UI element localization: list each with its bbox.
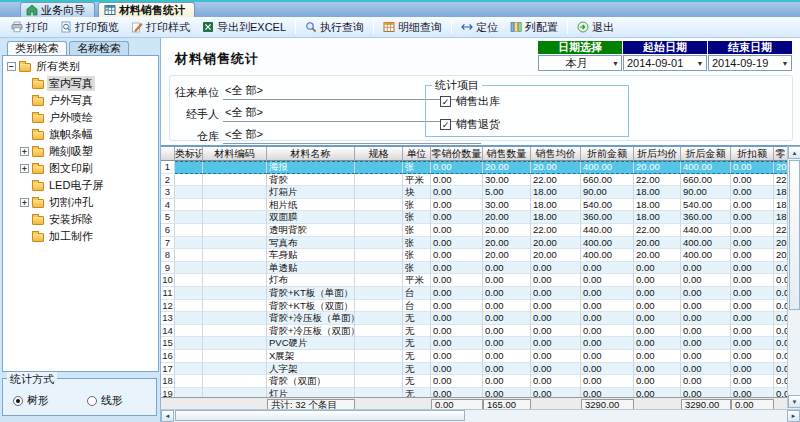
collapse-minus-icon[interactable]: − — [7, 62, 16, 71]
row-number-cell: 2 — [161, 174, 175, 187]
window-tab-1[interactable]: 业务向导 — [20, 2, 95, 17]
column-header-10[interactable]: 折后均价 — [634, 147, 681, 161]
toolbar-button-printer[interactable]: 打印 — [5, 18, 54, 37]
chevron-down-icon[interactable]: ▼ — [695, 60, 705, 67]
toolbar-button-excel-export[interactable]: 导出到EXCEL — [196, 18, 292, 37]
table-row[interactable]: 4相片纸张0.0030.0018.00540.0018.00540.000.00… — [161, 199, 800, 212]
column-header-4[interactable]: 规格 — [355, 147, 403, 161]
tree-item[interactable]: 户外写真 — [3, 92, 158, 109]
column-header-partial[interactable]: 零 — [774, 147, 788, 161]
toolbar-button-detail-query[interactable]: 明细查询 — [377, 18, 448, 37]
table-cell — [355, 199, 403, 212]
vertical-scrollbar[interactable]: ▲ ▼ — [787, 146, 800, 408]
table-cell — [203, 325, 267, 338]
table-row[interactable]: 13背胶+冷压板（单面）无0.000.000.000.000.000.000.0… — [161, 312, 800, 325]
tree-item[interactable]: +图文印刷 — [3, 160, 158, 177]
toolbar-button-print-style[interactable]: 打印样式 — [125, 18, 196, 37]
table-row[interactable]: 11背胶+KT板（单面）台0.000.000.000.000.000.000.0… — [161, 287, 800, 300]
table-row[interactable]: 8车身贴张0.0020.0020.00400.0020.00400.000.00… — [161, 249, 800, 262]
table-row[interactable]: 6透明背胶张0.0020.0022.00440.0022.00440.000.0… — [161, 224, 800, 237]
tree-item[interactable]: −所有类别 — [3, 58, 158, 75]
table-row[interactable]: 18背胶（双面）无0.000.000.000.000.000.000.000.0 — [161, 375, 800, 388]
tree-item[interactable]: +雕刻吸塑 — [3, 143, 158, 160]
table-row[interactable]: 9单透贴张0.000.000.000.000.000.000.000.0 — [161, 262, 800, 275]
table-cell: 0.00 — [531, 337, 581, 350]
table-row[interactable]: 14背胶+冷压板（双面）无0.000.000.000.000.000.000.0… — [161, 325, 800, 338]
table-row[interactable]: 1海报张0.0020.0020.00400.0020.00400.000.002… — [161, 161, 800, 174]
column-header-6[interactable]: 零销价数量 — [431, 147, 483, 161]
date-picker-header: 结束日期 — [708, 41, 792, 54]
tree-item[interactable]: 户外喷绘 — [3, 109, 158, 126]
table-row[interactable]: 7写真布张0.0020.0020.00400.0020.00400.000.00… — [161, 237, 800, 250]
sidebar-tab-2[interactable]: 名称检索 — [69, 41, 129, 55]
table-cell: 0.00 — [581, 363, 634, 376]
column-header-11[interactable]: 折后金额 — [681, 147, 731, 161]
scroll-down-icon[interactable]: ▼ — [788, 395, 800, 408]
scroll-right-icon[interactable]: ► — [787, 410, 800, 422]
column-header-3[interactable]: 材料名称 — [267, 147, 355, 161]
column-header-1[interactable]: 类标识 — [175, 147, 203, 161]
table-cell — [175, 186, 203, 199]
vertical-scroll-thumb[interactable] — [789, 160, 800, 310]
table-cell: 20.00 — [634, 249, 681, 262]
table-cell: 0.00 — [581, 337, 634, 350]
toolbar-button-exit[interactable]: 退出 — [571, 18, 620, 37]
scroll-up-icon[interactable]: ▲ — [788, 146, 800, 159]
chevron-down-icon[interactable]: ▼ — [611, 60, 620, 67]
column-header-8[interactable]: 销售均价 — [531, 147, 581, 161]
column-header-5[interactable]: 单位 — [403, 147, 431, 161]
sidebar-tab-1[interactable]: 类别检索 — [7, 41, 67, 55]
stat-item-checkbox-2[interactable]: ✓销售退货 — [440, 117, 628, 132]
window-tab-2[interactable]: 材料销售统计 — [98, 2, 195, 17]
date-picker-dropdown-2[interactable]: 2014-09-01▼ — [623, 55, 707, 71]
table-cell — [175, 262, 203, 275]
table-cell: 400.00 — [681, 161, 731, 174]
column-header-7[interactable]: 销售数量 — [483, 147, 531, 161]
table-cell: 0.00 — [431, 363, 483, 376]
table-cell: 0.00 — [431, 287, 483, 300]
column-header-12[interactable]: 折扣额 — [731, 147, 774, 161]
expand-plus-icon[interactable]: + — [20, 147, 29, 156]
table-cell — [203, 350, 267, 363]
expand-plus-icon[interactable]: + — [20, 164, 29, 173]
table-row[interactable]: 16X展架无0.000.000.000.000.000.000.000.0 — [161, 350, 800, 363]
tree-item[interactable]: +切割冲孔 — [3, 194, 158, 211]
horizontal-scroll-thumb[interactable] — [175, 410, 465, 421]
expand-plus-icon[interactable]: + — [20, 198, 29, 207]
table-cell — [203, 388, 267, 397]
chevron-down-icon[interactable]: ▼ — [780, 60, 790, 67]
row-number-cell: 1 — [161, 161, 175, 174]
date-picker-dropdown-1[interactable]: 本月▼ — [538, 55, 622, 71]
stats-mode-radio-2[interactable]: 线形 — [87, 393, 123, 408]
stats-mode-radio-1[interactable]: 树形 — [13, 393, 49, 408]
tree-item[interactable]: 旗帜条幅 — [3, 126, 158, 143]
toolbar-button-column-config[interactable]: 列配置 — [504, 18, 564, 37]
table-cell: 0.00 — [483, 325, 531, 338]
table-cell: 0.00 — [581, 300, 634, 313]
toolbar-button-print-preview[interactable]: 打印预览 — [54, 18, 125, 37]
column-header-9[interactable]: 折前金额 — [581, 147, 634, 161]
table-row[interactable]: 3灯箱片块0.005.0018.0090.0018.0090.000.0018. — [161, 186, 800, 199]
tree-item[interactable]: LED电子屏 — [3, 177, 158, 194]
table-row[interactable]: 19灯片无0.000.000.000.000.000.000.000.0 — [161, 388, 800, 397]
table-cell: 18.00 — [634, 211, 681, 224]
toolbar-button-run-query[interactable]: 执行查询 — [299, 18, 370, 37]
tree-item[interactable]: 室内写真 — [3, 75, 158, 92]
stat-item-checkbox-1[interactable]: ✓销售出库 — [440, 94, 628, 109]
table-cell: 0.00 — [531, 350, 581, 363]
toolbar-button-locate[interactable]: 定位 — [455, 18, 504, 37]
table-row[interactable]: 5双面膜张0.0020.0018.00360.0018.00360.000.00… — [161, 211, 800, 224]
date-picker-dropdown-3[interactable]: 2014-09-19▼ — [708, 55, 792, 71]
table-row[interactable]: 10灯布平米0.000.000.000.000.000.000.000.0 — [161, 274, 800, 287]
tree-item[interactable]: 安装拆除 — [3, 211, 158, 228]
tree-item[interactable]: 加工制作 — [3, 228, 158, 245]
table-row[interactable]: 12背胶+KT板（双面）台0.000.000.000.000.000.000.0… — [161, 300, 800, 313]
table-row[interactable]: 2背胶平米0.0030.0022.00660.0022.00660.000.00… — [161, 174, 800, 187]
column-header-2[interactable]: 材料编码 — [203, 147, 267, 161]
table-row[interactable]: 17人字架无0.000.000.000.000.000.000.000.0 — [161, 363, 800, 376]
table-cell: 0.00 — [634, 388, 681, 397]
table-cell: 0.00 — [731, 211, 774, 224]
scroll-left-icon[interactable]: ◄ — [161, 410, 174, 422]
table-row[interactable]: 15PVC硬片无0.000.000.000.000.000.000.000.0 — [161, 337, 800, 350]
horizontal-scrollbar[interactable]: ◄ ► — [161, 409, 800, 422]
